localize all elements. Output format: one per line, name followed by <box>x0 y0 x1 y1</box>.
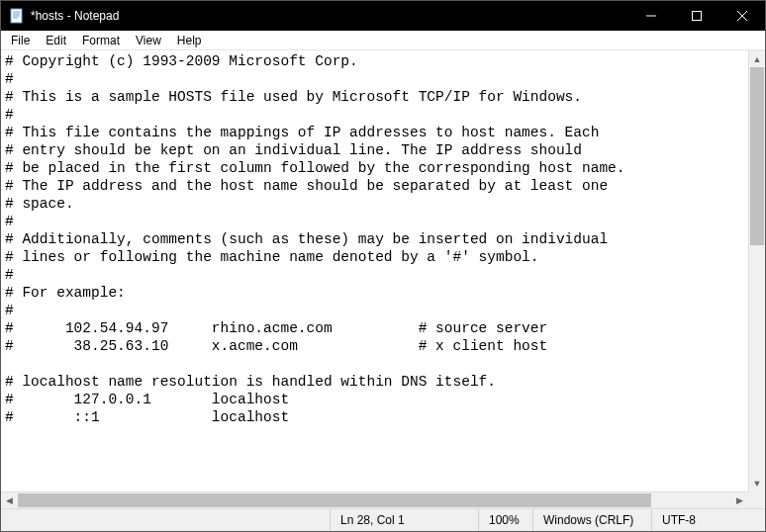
svg-rect-6 <box>693 12 702 21</box>
horizontal-scroll-track[interactable] <box>18 492 731 508</box>
horizontal-scrollbar[interactable]: ◀ ▶ <box>1 491 748 508</box>
editor-area: # Copyright (c) 1993-2009 Microsoft Corp… <box>1 50 765 491</box>
status-zoom: 100% <box>478 509 532 531</box>
close-button[interactable] <box>719 1 765 31</box>
horizontal-scroll-row: ◀ ▶ <box>1 491 765 508</box>
titlebar[interactable]: *hosts - Notepad <box>1 1 765 31</box>
menu-edit[interactable]: Edit <box>38 32 74 49</box>
status-encoding: UTF-8 <box>651 509 765 531</box>
scroll-down-arrow-icon[interactable]: ▼ <box>749 475 765 491</box>
status-spacer <box>1 509 330 531</box>
horizontal-scroll-thumb[interactable] <box>18 493 651 507</box>
minimize-button[interactable] <box>628 1 674 31</box>
scroll-up-arrow-icon[interactable]: ▲ <box>749 50 765 67</box>
statusbar: Ln 28, Col 1 100% Windows (CRLF) UTF-8 <box>1 508 765 531</box>
notepad-icon <box>9 8 25 24</box>
menu-view[interactable]: View <box>128 32 169 49</box>
window-title: *hosts - Notepad <box>31 9 119 23</box>
menubar: File Edit Format View Help <box>1 31 765 50</box>
maximize-button[interactable] <box>674 1 719 31</box>
menu-file[interactable]: File <box>3 32 38 49</box>
scrollbar-corner <box>748 491 765 508</box>
scroll-left-arrow-icon[interactable]: ◀ <box>1 492 18 509</box>
menu-format[interactable]: Format <box>74 32 128 49</box>
status-position: Ln 28, Col 1 <box>330 509 478 531</box>
menu-help[interactable]: Help <box>169 32 210 49</box>
scroll-right-arrow-icon[interactable]: ▶ <box>731 492 748 509</box>
status-line-ending: Windows (CRLF) <box>532 509 651 531</box>
notepad-window: *hosts - Notepad File Edit Format View H… <box>0 0 766 532</box>
vertical-scroll-thumb[interactable] <box>750 67 764 245</box>
vertical-scrollbar[interactable]: ▲ ▼ <box>748 50 765 491</box>
text-editor[interactable]: # Copyright (c) 1993-2009 Microsoft Corp… <box>1 50 748 491</box>
